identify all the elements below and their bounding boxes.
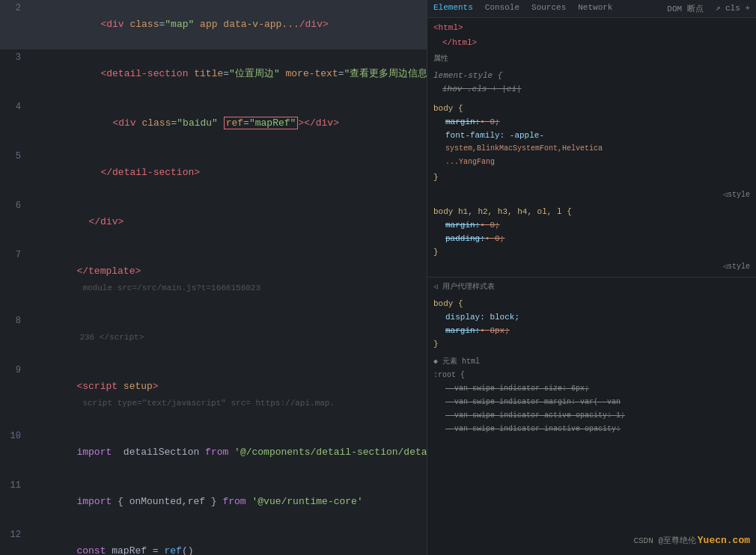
code-line-6: 6 </div> — [0, 197, 427, 247]
code-line-10: 10 import detailSection from '@/componen… — [0, 428, 427, 477]
csdn-tag: CSDN @至尊绝伦 — [633, 534, 696, 548]
dom-tree: <html> </html> 属性 lement-style { ihov .c… — [427, 18, 756, 277]
dom-panel: Elements Console Sources Network DOM 断点 … — [427, 0, 756, 278]
code-line-5: 5 </detail-section> — [0, 148, 427, 197]
code-line-4: 4 <div class="baidu" ref="mapRef"></div> — [0, 99, 427, 148]
right-dev-panel: Elements Console Sources Network DOM 断点 … — [427, 0, 756, 555]
code-editor[interactable]: 2 <div class="map" app data-v-app.../div… — [0, 0, 427, 555]
code-line-8: 8 236 </script> — [0, 313, 427, 362]
line-content: <div class="map" app data-v-app.../div> — [27, 0, 427, 49]
code-line-12: 12 const mapRef = ref() text/css href= h… — [0, 527, 427, 555]
code-line-2: 2 <div class="map" app data-v-app.../div… — [0, 0, 427, 49]
code-line-3: 3 <detail-section title="位置周边" more-text… — [0, 49, 427, 99]
code-line-11: 11 import { onMounted,ref } from '@vue/r… — [0, 477, 427, 527]
line-number: 2 — [0, 0, 27, 16]
code-line-7: 7 </template> module src=/src/main.js?t=… — [0, 247, 427, 313]
css-panel: ◁ 用户代理样式表 body { display: block; margin:… — [427, 278, 756, 555]
code-line-9: 9 <script setup> script type="text/javas… — [0, 362, 427, 428]
watermark: Yuecn.com — [698, 534, 750, 548]
